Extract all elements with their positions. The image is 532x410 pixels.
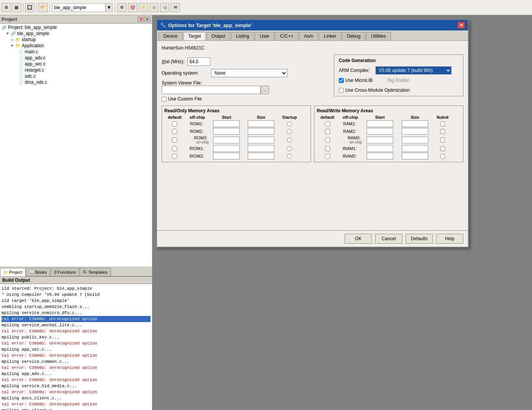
ok-button[interactable]: OK bbox=[345, 234, 372, 244]
tree-main-c[interactable]: 📄 main.c bbox=[0, 49, 152, 55]
toolbar-btn-prev[interactable]: ◁ bbox=[160, 3, 169, 12]
rw-ram2-size-input[interactable] bbox=[402, 128, 428, 135]
dialog-tab-listing[interactable]: Listing bbox=[231, 32, 254, 40]
cancel-button[interactable]: Cancel bbox=[375, 234, 402, 244]
cross-module-checkbox[interactable] bbox=[339, 88, 344, 93]
ro-irom2-default-cb[interactable] bbox=[172, 154, 177, 159]
ro-irom1-size-input[interactable] bbox=[248, 145, 274, 152]
panel-close-btn[interactable]: ✕ bbox=[144, 17, 151, 22]
ro-rom3-size-input[interactable] bbox=[248, 137, 274, 144]
rw-iram2-start-input[interactable] bbox=[367, 153, 393, 160]
toolbar-btn-target[interactable]: 🎯 bbox=[128, 3, 137, 12]
ro-irom2-size-input[interactable] bbox=[248, 153, 274, 160]
ro-irom2-start-input[interactable] bbox=[213, 153, 240, 160]
toolbar-btn-flash[interactable]: ⚡ bbox=[139, 3, 148, 12]
ro-irom1-start-input[interactable] bbox=[213, 145, 240, 152]
tree-expand-application[interactable]: ▼ bbox=[9, 43, 15, 48]
ro-rom1-default-cb[interactable] bbox=[172, 121, 177, 126]
tree-expand-startup[interactable]: ▷ bbox=[9, 37, 15, 42]
dialog-tab-debug[interactable]: Debug bbox=[342, 32, 365, 40]
tree-expand-root[interactable]: ▼ bbox=[5, 31, 11, 36]
ro-rom3-startup-radio[interactable] bbox=[287, 137, 292, 142]
dialog-tab-user[interactable]: User bbox=[255, 32, 274, 40]
rw-ram1-size-input[interactable] bbox=[402, 120, 428, 127]
rw-iram2-size-input[interactable] bbox=[402, 153, 428, 160]
ro-rom2-default-cb[interactable] bbox=[172, 129, 177, 134]
defaults-button[interactable]: Defaults bbox=[405, 234, 433, 244]
toolbar-btn-erase[interactable]: ◇ bbox=[149, 3, 159, 12]
dialog-tab-device[interactable]: Device bbox=[159, 32, 183, 40]
dialog-tab-cpp[interactable]: C/C++ bbox=[275, 32, 298, 40]
rw-ram1-start-input[interactable] bbox=[367, 120, 393, 127]
microlib-checkbox[interactable] bbox=[339, 78, 344, 83]
rw-iram1-size-input[interactable] bbox=[402, 145, 428, 152]
dialog-tab-utilities[interactable]: Utilities bbox=[366, 32, 391, 40]
rw-ram3-default-cb[interactable] bbox=[325, 137, 330, 142]
ro-rom1-startup-radio[interactable] bbox=[287, 121, 292, 126]
big-endian-checkbox[interactable] bbox=[381, 78, 386, 83]
rw-ram3-noinit-cb[interactable] bbox=[440, 137, 445, 142]
rw-ram1-noinit-cb[interactable] bbox=[440, 121, 445, 126]
tree-application[interactable]: ▼ 📁 Application bbox=[0, 43, 152, 49]
rw-iram1-noinit-cb[interactable] bbox=[440, 146, 445, 151]
dialog-tab-linker[interactable]: Linker bbox=[319, 32, 341, 40]
project-name-display[interactable]: ble_app_simple bbox=[52, 3, 106, 12]
tree-retarget-c[interactable]: 📄 retarget.c bbox=[0, 67, 152, 73]
ro-rom3-start-input[interactable] bbox=[213, 137, 240, 144]
ro-rom2-startup-radio[interactable] bbox=[287, 129, 292, 134]
tree-adc-c[interactable]: 📄 adc.c bbox=[0, 73, 152, 79]
tree-startup[interactable]: ▷ 📁 startup bbox=[0, 37, 152, 43]
tree-dma-nds-c[interactable]: 📄 dma_nds.c bbox=[0, 79, 152, 85]
ro-rom2-size-input[interactable] bbox=[248, 128, 274, 135]
tree-app-adv-c[interactable]: 📄 app_adv.c bbox=[0, 55, 152, 61]
tab-functions[interactable]: {} Functions bbox=[51, 268, 79, 276]
dialog-tab-output[interactable]: Output bbox=[207, 32, 230, 40]
ro-rom1-size-input[interactable] bbox=[248, 120, 274, 127]
toolbar-btn-3[interactable]: 🔲 bbox=[25, 3, 34, 12]
rw-ram2-default-cb[interactable] bbox=[325, 129, 330, 134]
build-content[interactable]: ild started: Project: ble_app_simple * U… bbox=[0, 284, 152, 410]
xtal-input[interactable] bbox=[187, 57, 210, 66]
ro-irom2-startup-radio[interactable] bbox=[287, 154, 292, 159]
rw-ram1-default-cb[interactable] bbox=[325, 121, 330, 126]
dialog-tab-target[interactable]: Target bbox=[183, 32, 206, 40]
rw-iram1-start-input[interactable] bbox=[367, 145, 393, 152]
ro-irom1-default-cb[interactable] bbox=[172, 146, 177, 151]
toolbar-btn-settings[interactable]: ⚙ bbox=[117, 3, 127, 12]
rw-ram2-start-input[interactable] bbox=[367, 128, 393, 135]
ro-rom1-start-input[interactable] bbox=[213, 120, 240, 127]
rw-ram2-noinit-cb[interactable] bbox=[440, 129, 445, 134]
ro-rom2-start-input[interactable] bbox=[213, 128, 240, 135]
tab-project[interactable]: 📁 Project bbox=[0, 268, 26, 276]
rw-ram3-start-input[interactable] bbox=[367, 137, 393, 144]
panel-pin-btn[interactable]: 📌 bbox=[138, 17, 144, 22]
dialog-close-btn[interactable]: ✕ bbox=[457, 22, 465, 29]
tree-project-label[interactable]: 🔗 Project: ble_app_simple bbox=[0, 24, 152, 30]
ro-rom3-default-cb[interactable] bbox=[172, 137, 177, 142]
rw-ram3-size-input[interactable] bbox=[402, 137, 428, 144]
rw-iram1-default-cb[interactable] bbox=[325, 146, 330, 151]
tree-app-sec-c[interactable]: 📄 app_sec.c bbox=[0, 61, 152, 67]
tab-templates[interactable]: 0↓ Templates bbox=[80, 268, 111, 276]
rw-iram2-noinit-cb[interactable] bbox=[440, 154, 445, 159]
svf-input[interactable] bbox=[162, 86, 261, 94]
project-dropdown-btn[interactable]: ▼ bbox=[106, 3, 112, 12]
toolbar-btn-1[interactable]: ⊞ bbox=[2, 3, 11, 12]
toolbar-btn-stop[interactable]: ✉ bbox=[171, 3, 180, 12]
project-tree[interactable]: 🔗 Project: ble_app_simple ▼ 🔗 ble_app_si… bbox=[0, 24, 152, 266]
tree-root[interactable]: ▼ 🔗 ble_app_simple bbox=[0, 30, 152, 37]
os-row: Operating system: None bbox=[162, 69, 329, 77]
svf-browse-btn[interactable]: ... bbox=[261, 86, 269, 94]
rw-iram2-offchip: IRAM2: bbox=[339, 154, 362, 158]
custom-file-checkbox[interactable] bbox=[162, 97, 167, 102]
rw-iram2-default-cb[interactable] bbox=[325, 154, 330, 159]
main-layout: Project 📌 ✕ 🔗 Project: ble_app_simple ▼ … bbox=[0, 15, 532, 410]
toolbar-btn-load[interactable]: 📂 bbox=[38, 3, 48, 12]
os-select[interactable]: None bbox=[211, 69, 287, 77]
ro-irom1-startup-radio[interactable] bbox=[287, 146, 292, 151]
arm-compiler-select[interactable]: V5.06 update 7 (build 960) bbox=[375, 66, 452, 75]
help-button[interactable]: Help bbox=[436, 234, 463, 244]
dialog-tab-asm[interactable]: Asm bbox=[299, 32, 318, 40]
tab-books[interactable]: 📖 Books bbox=[26, 268, 50, 276]
toolbar-btn-2[interactable]: ▦ bbox=[12, 3, 21, 12]
